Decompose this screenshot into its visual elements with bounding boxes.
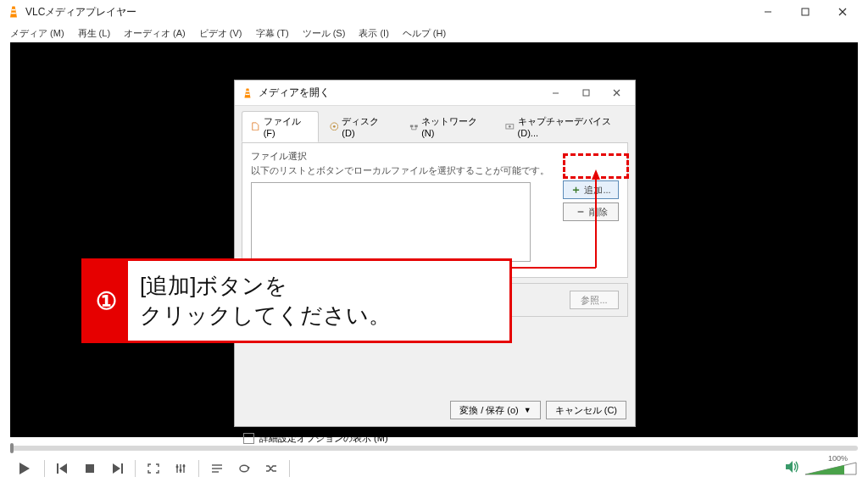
convert-save-button[interactable]: 変換 / 保存 (o) ▼ <box>450 401 541 419</box>
svg-point-13 <box>333 125 336 127</box>
menu-view[interactable]: 表示 (I) <box>352 25 395 42</box>
disc-icon <box>330 122 339 132</box>
annotation-badge: ① <box>84 261 128 341</box>
file-tab-panel: ファイル選択 以下のリストとボタンでローカルファイルを選択することが可能です。 … <box>242 142 628 278</box>
advanced-label: 詳細設定オプションの表示 (M) <box>259 432 388 445</box>
loop-button[interactable] <box>231 458 257 480</box>
menu-audio[interactable]: オーディオ (A) <box>117 25 192 42</box>
svg-point-34 <box>180 469 182 472</box>
convert-save-label: 変換 / 保存 (o) <box>459 404 519 417</box>
tab-network[interactable]: ネットワーク (N) <box>400 111 494 142</box>
dialog-close-button[interactable] <box>601 81 632 105</box>
separator <box>135 460 136 477</box>
main-window-title: VLCメディアプレイヤー <box>25 5 749 19</box>
menu-playback[interactable]: 再生 (L) <box>71 25 118 42</box>
dialog-maximize-button[interactable] <box>570 81 601 105</box>
extended-settings-button[interactable] <box>168 458 193 480</box>
vlc-cone-icon <box>242 87 253 99</box>
svg-rect-9 <box>583 90 589 96</box>
tab-disc-label: ディスク (D) <box>342 115 388 138</box>
annotation-text: [追加]ボタンを クリックしてください。 <box>128 266 403 336</box>
dialog-tabs: ファイル (F) ディスク (D) ネットワーク (N) キャプチャーデバイス(… <box>235 106 635 142</box>
fullscreen-button[interactable] <box>141 458 166 480</box>
separator <box>198 460 199 477</box>
svg-marker-26 <box>59 463 67 474</box>
tab-network-label: ネットワーク (N) <box>421 115 485 138</box>
volume-label: 100% <box>828 454 848 463</box>
stop-button[interactable] <box>77 458 103 480</box>
tab-file[interactable]: ファイル (F) <box>242 111 319 142</box>
tab-disc[interactable]: ディスク (D) <box>320 111 398 142</box>
network-icon <box>409 122 419 132</box>
file-list[interactable] <box>251 182 531 262</box>
dialog-title: メディアを開く <box>259 86 540 100</box>
separator <box>289 460 290 477</box>
main-titlebar: VLCメディアプレイヤー <box>0 0 868 24</box>
tab-capture-label: キャプチャーデバイス(D)... <box>518 115 619 138</box>
annotation-line-2: クリックしてください。 <box>140 302 391 328</box>
annotation-line-1: [追加]ボタンを <box>140 273 287 298</box>
capture-icon <box>505 122 515 132</box>
next-button[interactable] <box>104 458 130 480</box>
file-help-text: 以下のリストとボタンでローカルファイルを選択することが可能です。 <box>251 164 619 177</box>
menu-media[interactable]: メディア (M) <box>3 25 71 42</box>
volume-icon[interactable] <box>785 460 800 477</box>
close-button[interactable] <box>824 0 861 24</box>
volume-control: 100% <box>785 460 858 477</box>
seekbar-thumb[interactable] <box>10 443 14 453</box>
remove-button-label: 削除 <box>589 206 608 219</box>
playback-controls: 100% <box>10 456 858 481</box>
svg-rect-29 <box>121 463 123 474</box>
menu-tools[interactable]: ツール (S) <box>296 25 353 42</box>
svg-marker-28 <box>113 463 120 474</box>
plus-icon: ＋ <box>570 182 581 197</box>
svg-rect-3 <box>802 8 809 15</box>
minimize-button[interactable] <box>749 0 787 24</box>
play-button[interactable] <box>10 458 39 480</box>
previous-button[interactable] <box>50 458 75 480</box>
remove-button[interactable]: － 削除 <box>563 202 619 221</box>
seekbar-track <box>10 446 858 451</box>
svg-point-33 <box>176 466 179 469</box>
playlist-button[interactable] <box>204 458 230 480</box>
svg-rect-27 <box>86 464 94 473</box>
menu-help[interactable]: ヘルプ (H) <box>396 25 453 42</box>
dialog-titlebar: メディアを開く <box>235 80 635 106</box>
subtitle-browse-button[interactable]: 参照... <box>570 291 619 309</box>
menu-subtitle[interactable]: 字幕 (T) <box>249 25 296 42</box>
open-media-dialog: メディアを開く ファイル (F) ディスク (D) ネットワーク (N) キャプ… <box>234 80 636 427</box>
svg-rect-25 <box>57 463 58 474</box>
svg-marker-24 <box>19 463 30 474</box>
minus-icon: － <box>575 204 587 219</box>
svg-rect-6 <box>246 91 249 92</box>
menubar: メディア (M) 再生 (L) オーディオ (A) ビデオ (V) 字幕 (T)… <box>0 24 868 42</box>
svg-point-20 <box>509 125 511 127</box>
separator <box>44 460 45 477</box>
svg-rect-7 <box>246 93 250 94</box>
advanced-checkbox[interactable] <box>243 433 254 444</box>
file-icon <box>251 122 260 132</box>
file-side-buttons: ＋ 追加... － 削除 <box>563 180 619 221</box>
add-button[interactable]: ＋ 追加... <box>563 180 619 199</box>
shuffle-button[interactable] <box>259 458 284 480</box>
add-button-label: 追加... <box>584 184 610 197</box>
cancel-button[interactable]: キャンセル (C) <box>546 401 626 419</box>
dialog-minimize-button[interactable] <box>540 81 570 105</box>
volume-slider[interactable]: 100% <box>804 461 858 476</box>
tab-file-label: ファイル (F) <box>264 115 309 138</box>
seekbar[interactable] <box>10 444 858 452</box>
svg-marker-40 <box>786 461 793 473</box>
svg-rect-15 <box>415 125 418 127</box>
tab-capture[interactable]: キャプチャーデバイス(D)... <box>496 111 628 142</box>
menu-video[interactable]: ビデオ (V) <box>192 25 249 42</box>
dropdown-caret-icon: ▼ <box>524 406 531 414</box>
svg-rect-0 <box>12 9 15 11</box>
svg-rect-14 <box>409 125 413 127</box>
annotation-callout: ① [追加]ボタンを クリックしてください。 <box>81 258 512 343</box>
maximize-button[interactable] <box>787 0 824 24</box>
svg-point-35 <box>183 465 186 468</box>
window-controls <box>749 0 861 24</box>
vlc-cone-icon <box>7 5 20 19</box>
svg-rect-1 <box>11 13 16 14</box>
dialog-window-controls <box>540 81 632 105</box>
